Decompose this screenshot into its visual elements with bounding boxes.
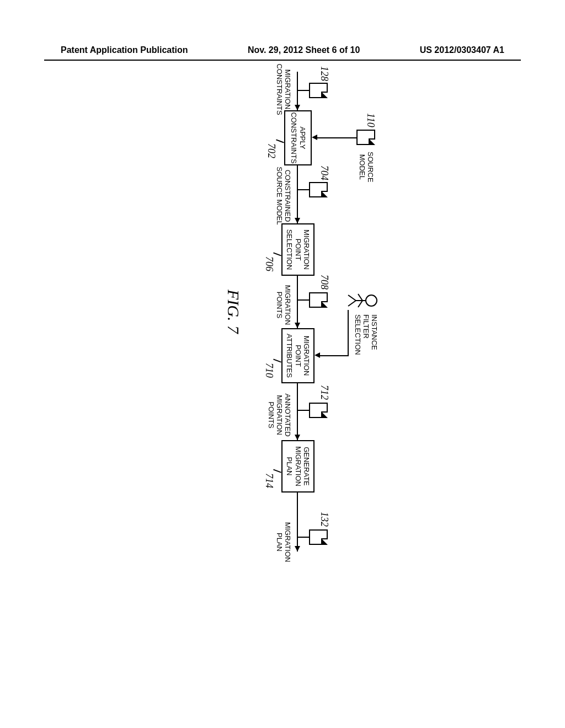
diagram-body: 128 MIGRATION CONSTRAINTS APPLY CONSTRAI… bbox=[199, 72, 419, 563]
doc-source-model-icon bbox=[356, 130, 375, 145]
box-mps-text: MIGRATION POINT SELECTION bbox=[285, 229, 311, 270]
box-apply-constraints: APPLY CONSTRAINTS bbox=[284, 110, 312, 165]
into-gmp-arrowhead bbox=[295, 435, 300, 440]
mc-connector bbox=[298, 90, 309, 91]
doc-constrained-source-icon bbox=[309, 182, 328, 197]
label-annotated-points: ANNOTATED MIGRATION POINTS bbox=[266, 389, 291, 441]
label-source-model: SOURCE MODEL bbox=[358, 152, 374, 183]
box-generate-migration-plan: GENERATE MIGRATION PLAN bbox=[281, 440, 315, 493]
doc-migration-constraints-icon bbox=[309, 83, 328, 98]
doc-migration-plan-icon bbox=[309, 529, 328, 545]
svg-line-4 bbox=[348, 295, 356, 301]
ap-connector bbox=[298, 410, 309, 411]
into-mpa-arrowhead bbox=[295, 323, 300, 328]
ref-708: 708 bbox=[318, 275, 330, 290]
output-arrowhead bbox=[295, 546, 300, 552]
figure-label: FIG. 7 bbox=[224, 290, 243, 334]
ref-712: 712 bbox=[318, 385, 330, 400]
label-instance-filter: INSTANCE FILTER SELECTION bbox=[353, 314, 378, 355]
doc-annotated-points-icon bbox=[309, 403, 328, 418]
ref-710: 710 bbox=[263, 363, 275, 378]
ref-704: 704 bbox=[318, 165, 330, 180]
svg-point-0 bbox=[366, 295, 377, 306]
cs-connector bbox=[298, 189, 309, 190]
label-migration-constraints: MIGRATION CONSTRAINTS bbox=[275, 62, 291, 117]
user-connector-h bbox=[348, 310, 349, 355]
ref-710-line bbox=[273, 358, 281, 362]
figure-7: 128 MIGRATION CONSTRAINTS APPLY CONSTRAI… bbox=[0, 72, 419, 425]
header-center: Nov. 29, 2012 Sheet 6 of 10 bbox=[248, 45, 360, 55]
plan-connector bbox=[298, 537, 309, 538]
label-migration-plan: MIGRATION PLAN bbox=[275, 517, 291, 567]
header-left: Patent Application Publication bbox=[61, 45, 188, 55]
source-model-arrowhead bbox=[312, 135, 317, 140]
box-migration-point-selection: MIGRATION POINT SELECTION bbox=[281, 223, 315, 276]
label-constrained-source: CONSTRAINED SOURCE MODEL bbox=[275, 165, 291, 226]
box-apply-constraints-text: APPLY CONSTRAINTS bbox=[289, 112, 306, 163]
into-apply-arrowhead bbox=[295, 105, 300, 110]
header-rule bbox=[44, 60, 521, 61]
label-migration-points: MIGRATION POINTS bbox=[275, 280, 291, 330]
page-header: Patent Application Publication Nov. 29, … bbox=[0, 45, 565, 55]
box-gmp-text: GENERATE MIGRATION PLAN bbox=[285, 446, 311, 486]
box-mpa-text: MIGRATION POINT ATTRIBUTES bbox=[285, 334, 311, 378]
header-right: US 2012/0303407 A1 bbox=[420, 45, 504, 55]
into-mps-arrowhead bbox=[295, 218, 300, 223]
ref-132: 132 bbox=[318, 512, 330, 527]
source-model-connector bbox=[315, 137, 356, 138]
user-icon bbox=[348, 290, 378, 312]
svg-line-2 bbox=[358, 294, 363, 301]
doc-migration-points-icon bbox=[309, 292, 328, 308]
ref-706-line bbox=[273, 252, 281, 256]
user-connector bbox=[318, 355, 349, 356]
box-migration-point-attributes: MIGRATION POINT ATTRIBUTES bbox=[281, 328, 315, 383]
ref-702: 702 bbox=[265, 143, 277, 158]
ref-714: 714 bbox=[263, 473, 275, 488]
ref-706: 706 bbox=[263, 256, 275, 271]
svg-line-5 bbox=[348, 301, 356, 306]
ref-714-line bbox=[273, 469, 281, 473]
mp-connector bbox=[298, 299, 309, 301]
ref-128: 128 bbox=[318, 66, 330, 81]
ref-110: 110 bbox=[365, 113, 376, 127]
user-arrowhead bbox=[315, 352, 320, 358]
ref-702-line bbox=[276, 139, 284, 143]
svg-line-3 bbox=[358, 301, 363, 307]
